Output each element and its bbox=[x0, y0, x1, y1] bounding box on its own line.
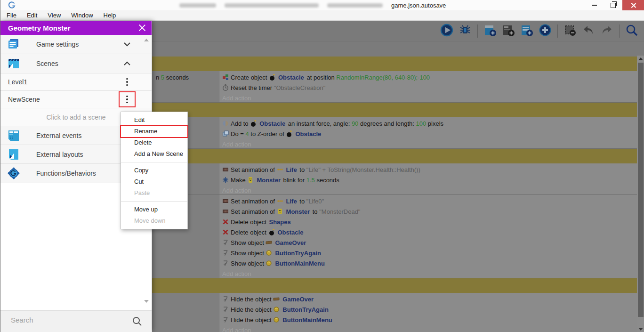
add-action-link[interactable]: Add action bbox=[222, 325, 637, 332]
event-conditions[interactable]: n 5 seconds bbox=[152, 71, 219, 102]
action-line[interactable]: Set animation of Life to "Life" + ToStri… bbox=[222, 165, 637, 175]
vertical-dots-icon[interactable] bbox=[120, 75, 135, 89]
action-text: Create object bbox=[231, 74, 269, 81]
toolbar-button-play[interactable] bbox=[440, 24, 454, 38]
action-line[interactable]: Hide the object GameOver bbox=[222, 294, 637, 305]
action-line[interactable]: Set animation of Monster to "MonsterDead… bbox=[222, 207, 637, 217]
search-icon[interactable] bbox=[132, 316, 142, 326]
toolbar-button-add-event[interactable] bbox=[483, 24, 497, 38]
action-line[interactable]: Hide the object ButtonMainMenu bbox=[222, 315, 637, 325]
context-menu-item-rename[interactable]: Rename bbox=[121, 126, 187, 137]
scene-name: NewScene bbox=[8, 96, 40, 103]
context-menu-item-edit[interactable]: Edit bbox=[121, 114, 187, 126]
action-line[interactable]: Reset the timer "ObstacleCreation" bbox=[222, 83, 637, 93]
action-text: Hide the object bbox=[231, 296, 273, 303]
menubar: File Edit View Window Help bbox=[0, 10, 644, 21]
toolbar-button-remove-event[interactable] bbox=[563, 24, 577, 38]
create-object-icon bbox=[222, 73, 229, 81]
menu-window[interactable]: Window bbox=[66, 10, 98, 21]
menu-file[interactable]: File bbox=[1, 10, 22, 21]
action-text: an instant force, angle: bbox=[286, 120, 352, 127]
comment-bar[interactable] bbox=[152, 149, 637, 163]
events-scrollbar[interactable] bbox=[637, 56, 644, 332]
scroll-up-icon[interactable] bbox=[638, 57, 643, 60]
context-menu-item-cut[interactable]: Cut bbox=[121, 176, 187, 187]
add-action-link[interactable]: Add action bbox=[222, 186, 637, 195]
toolbar-button-add-circle[interactable] bbox=[538, 24, 552, 38]
add-action-link[interactable]: Add action bbox=[222, 93, 637, 103]
toolbar-button-debug[interactable] bbox=[458, 24, 472, 38]
event-row: Add to Obstacle an instant force, angle:… bbox=[152, 117, 637, 149]
add-action-link[interactable]: Add action bbox=[222, 139, 637, 149]
toolbar-button-undo[interactable] bbox=[581, 24, 596, 38]
minimize-button[interactable] bbox=[585, 0, 604, 10]
event-row: Hide the object GameOverHide the object … bbox=[152, 293, 637, 332]
add-event-icon bbox=[483, 24, 497, 38]
gdevelop-logo-icon bbox=[8, 1, 16, 9]
action-line[interactable]: Set animation of Life to "Life0" bbox=[222, 196, 637, 207]
redo-icon bbox=[600, 24, 613, 38]
context-menu-item-move-up[interactable]: Move up bbox=[121, 204, 187, 215]
toolbar-button-search[interactable] bbox=[625, 24, 639, 38]
close-window-button[interactable] bbox=[622, 0, 644, 10]
action-line[interactable]: Show object ButtonMainMenu bbox=[222, 259, 637, 269]
scroll-down-icon[interactable] bbox=[638, 328, 643, 331]
action-line[interactable]: Delete object Shapes bbox=[222, 217, 637, 227]
action-text: pixels bbox=[426, 120, 443, 127]
event-actions: Create object Obstacle at position Rando… bbox=[219, 71, 637, 103]
toolbar-button-add-subevent[interactable] bbox=[520, 24, 534, 38]
action-text: Hide the object bbox=[231, 306, 273, 313]
scene-item-newscene[interactable]: NewScene bbox=[0, 91, 152, 108]
action-line[interactable]: Add to Obstacle an instant force, angle:… bbox=[222, 119, 637, 129]
add-circle-icon bbox=[539, 24, 552, 38]
force-icon bbox=[222, 120, 229, 127]
sidebar-item-label: External events bbox=[36, 132, 82, 139]
action-line[interactable]: Show object GameOver bbox=[222, 238, 637, 248]
sidebar-item-label: External layouts bbox=[36, 151, 83, 158]
context-menu-item-add-a-new-scene[interactable]: Add a New Scene bbox=[121, 148, 187, 160]
scroll-up-icon[interactable] bbox=[144, 39, 149, 41]
animation-icon bbox=[222, 208, 229, 215]
sidebar-item-game-settings[interactable]: Game settings bbox=[0, 35, 152, 54]
restore-button[interactable] bbox=[604, 0, 622, 10]
animation-icon bbox=[222, 166, 229, 173]
action-line[interactable]: Hide the object ButtonTryAgain bbox=[222, 305, 637, 315]
scroll-down-icon[interactable] bbox=[144, 300, 149, 303]
menu-view[interactable]: View bbox=[42, 10, 66, 21]
delete-object-icon bbox=[222, 228, 229, 235]
add-action-link[interactable]: Add action bbox=[222, 269, 637, 279]
action-line[interactable]: Delete object Obstacle bbox=[222, 227, 637, 238]
action-line[interactable]: Make Monster blink for 1.5 seconds bbox=[222, 175, 637, 186]
minimize-icon bbox=[592, 5, 597, 6]
action-text: Do = bbox=[231, 130, 245, 138]
add-comment-event-icon bbox=[502, 24, 515, 38]
toolbar-button-add-comment-event[interactable] bbox=[501, 24, 515, 38]
action-text: Show object bbox=[231, 250, 266, 257]
scrollbar-thumb[interactable] bbox=[638, 63, 644, 317]
action-line[interactable]: Create object Obstacle at position Rando… bbox=[222, 73, 637, 83]
menu-help[interactable]: Help bbox=[98, 10, 121, 21]
menu-edit[interactable]: Edit bbox=[22, 10, 42, 21]
string-value: "ObstacleCreation" bbox=[274, 84, 326, 91]
value-text: 5 bbox=[161, 74, 164, 81]
button-icon bbox=[266, 259, 272, 267]
object-name: Obstacle bbox=[295, 130, 321, 138]
vertical-dots-icon[interactable] bbox=[120, 92, 135, 106]
context-menu-item-delete[interactable]: Delete bbox=[121, 137, 187, 148]
comment-bar[interactable] bbox=[152, 57, 637, 71]
condition-line: n 5 seconds bbox=[152, 71, 219, 83]
close-icon[interactable] bbox=[138, 24, 146, 32]
sidebar-item-scenes[interactable]: Scenes bbox=[0, 54, 152, 73]
context-menu-item-copy[interactable]: Copy bbox=[121, 165, 187, 176]
scene-item-level1[interactable]: Level1 bbox=[0, 73, 152, 91]
visibility-icon bbox=[222, 295, 229, 302]
comment-bar[interactable] bbox=[152, 278, 637, 293]
object-name: Shapes bbox=[269, 219, 291, 226]
object-name: Obstacle bbox=[278, 74, 304, 81]
action-line[interactable]: Do = 4 to Z-order of Obstacle bbox=[222, 129, 637, 139]
event-conditions[interactable] bbox=[152, 293, 219, 332]
comment-bar[interactable] bbox=[152, 103, 637, 117]
action-line[interactable]: Show object ButtonTryAgain bbox=[222, 248, 637, 259]
search-input[interactable] bbox=[10, 316, 125, 324]
toolbar-button-redo[interactable] bbox=[600, 24, 614, 38]
